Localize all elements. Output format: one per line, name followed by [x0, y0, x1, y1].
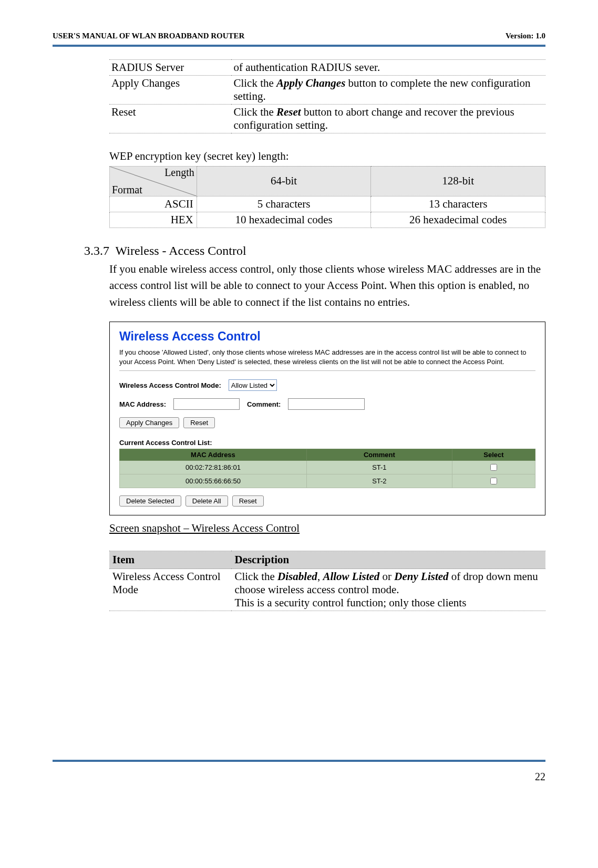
item-cell: Wireless Access Control Mode	[109, 569, 231, 611]
item-description-table: Item Description Wireless Access Control…	[109, 551, 545, 611]
screenshot-caption: Screen snapshot – Wireless Access Contro…	[109, 522, 545, 535]
col-comment: Comment	[306, 449, 452, 461]
wep-cell: 13 characters	[371, 196, 545, 212]
section-heading: 3.3.7 Wireless - Access Control	[84, 244, 545, 258]
wep-cell: 10 hexadecimal codes	[197, 212, 371, 228]
delete-selected-button[interactable]: Delete Selected	[119, 495, 181, 507]
mode-label: Wireless Access Control Mode:	[119, 381, 221, 389]
doc-header-right: Version: 1.0	[506, 32, 545, 40]
param-desc: Click the Reset button to abort change a…	[231, 105, 545, 133]
col-item-header: Item	[109, 551, 231, 569]
col-select: Select	[452, 449, 535, 461]
doc-header-left: USER'S MANUAL OF WLAN BROADBAND ROUTER	[53, 32, 244, 40]
reset-button[interactable]: Reset	[183, 417, 215, 428]
wep-col-64: 64-bit	[197, 166, 371, 196]
delete-all-button[interactable]: Delete All	[185, 495, 228, 507]
col-desc-header: Description	[231, 551, 545, 569]
mac-address-input[interactable]	[173, 398, 240, 410]
select-checkbox[interactable]	[490, 464, 497, 471]
wep-col-128: 128-bit	[371, 166, 545, 196]
mac-cell: 00:02:72:81:86:01	[120, 461, 307, 474]
footer-rule	[53, 760, 545, 762]
mac-cell: 00:00:55:66:66:50	[120, 474, 307, 488]
comment-input[interactable]	[288, 398, 365, 410]
col-mac: MAC Address	[120, 449, 307, 461]
param-item: Apply Changes	[109, 76, 231, 105]
apply-changes-button[interactable]: Apply Changes	[119, 417, 179, 428]
comment-cell: ST-2	[306, 474, 452, 488]
wep-intro: WEP encryption key (secret key) length:	[109, 148, 545, 165]
select-checkbox[interactable]	[490, 478, 497, 484]
parameters-table: RADIUS Server of authentication RADIUS s…	[109, 59, 545, 133]
wep-cell: 5 characters	[197, 196, 371, 212]
divider	[119, 370, 535, 371]
wep-cell: 26 hexadecimal codes	[371, 212, 545, 228]
panel-description: If you choose 'Allowed Listed', only tho…	[119, 348, 535, 366]
access-control-list-table: MAC Address Comment Select 00:02:72:81:8…	[119, 449, 535, 488]
table-row: 00:02:72:81:86:01 ST-1	[120, 461, 535, 474]
comment-cell: ST-1	[306, 461, 452, 474]
param-desc: of authentication RADIUS sever.	[231, 60, 545, 76]
panel-title: Wireless Access Control	[119, 329, 535, 344]
param-item: Reset	[109, 105, 231, 133]
reset-list-button[interactable]: Reset	[232, 495, 264, 507]
param-desc: Click the Apply Changes button to comple…	[231, 76, 545, 105]
wep-row-format: ASCII	[110, 196, 197, 212]
wep-table: Length Format 64-bit 128-bit ASCII 5 cha…	[109, 166, 545, 228]
mac-address-label: MAC Address:	[119, 400, 166, 408]
section-body: If you enable wireless access control, o…	[109, 261, 545, 311]
page-number: 22	[535, 771, 545, 783]
header-rule	[53, 45, 545, 47]
comment-label: Comment:	[247, 400, 281, 408]
list-heading: Current Access Control List:	[119, 439, 535, 447]
wep-corner-cell: Length Format	[110, 166, 197, 196]
param-item: RADIUS Server	[109, 60, 231, 76]
table-row: 00:00:55:66:66:50 ST-2	[120, 474, 535, 488]
desc-cell: Click the Disabled, Allow Listed or Deny…	[231, 569, 545, 611]
mode-select[interactable]: Allow Listed	[229, 379, 277, 391]
wireless-access-control-screenshot: Wireless Access Control If you choose 'A…	[109, 322, 545, 515]
wep-row-format: HEX	[110, 212, 197, 228]
